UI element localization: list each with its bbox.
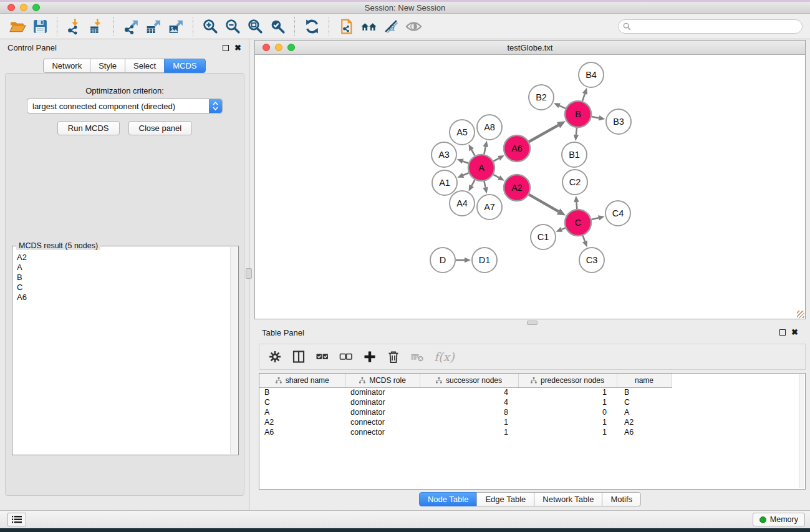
- import-network-button[interactable]: [63, 16, 85, 36]
- result-item[interactable]: C: [17, 283, 226, 293]
- table-row[interactable]: A2connector11A2: [259, 417, 672, 427]
- result-item[interactable]: A6: [17, 293, 226, 302]
- result-item[interactable]: A2: [17, 253, 226, 263]
- edge-B-B2[interactable]: [559, 105, 566, 109]
- node-A3[interactable]: A3: [432, 142, 456, 167]
- table-cell[interactable]: B: [259, 387, 345, 397]
- table-cell[interactable]: A6: [259, 427, 345, 437]
- edge-B-B4[interactable]: [582, 94, 585, 101]
- edge-C-C2[interactable]: [576, 202, 577, 209]
- edge-B-B1[interactable]: [576, 128, 577, 135]
- table-cell[interactable]: dominator: [345, 407, 420, 417]
- node-B2[interactable]: B2: [529, 85, 554, 110]
- node-D1[interactable]: D1: [472, 248, 497, 273]
- mcds-result-list[interactable]: A2ABCA6: [13, 250, 230, 454]
- edge-A-A6[interactable]: [493, 158, 499, 162]
- tab-edge-table[interactable]: Edge Table: [476, 492, 534, 506]
- table-row[interactable]: Cdominator41C: [259, 397, 672, 407]
- network-document-button[interactable]: [335, 16, 357, 36]
- node-A6[interactable]: A6: [504, 135, 530, 162]
- show-graphics-details-button[interactable]: [402, 16, 425, 36]
- tab-motifs[interactable]: Motifs: [602, 492, 641, 506]
- table-settings-gear-icon[interactable]: [268, 350, 282, 364]
- network-window-titlebar[interactable]: testGlobe.txt: [255, 41, 805, 55]
- close-panel-button[interactable]: Close panel: [128, 121, 193, 135]
- table-cell[interactable]: 4: [420, 397, 518, 407]
- table-cell[interactable]: 0: [518, 407, 617, 417]
- edge-A-A4[interactable]: [471, 180, 475, 186]
- task-history-button[interactable]: [7, 513, 26, 526]
- run-mcds-button[interactable]: Run MCDS: [57, 121, 120, 135]
- create-column-plus-icon[interactable]: [363, 350, 377, 364]
- table-cell[interactable]: 4: [420, 387, 518, 397]
- table-scrollbar[interactable]: [799, 374, 804, 488]
- table-cell[interactable]: A2: [259, 417, 345, 427]
- table-cell[interactable]: 1: [518, 397, 617, 407]
- node-A5[interactable]: A5: [450, 120, 475, 145]
- table-cell[interactable]: 1: [420, 427, 518, 437]
- optimization-criterion-dropdown[interactable]: largest connected component (directed): [27, 99, 223, 114]
- hide-labels-button[interactable]: a: [380, 16, 402, 36]
- export-table-button[interactable]: [142, 16, 165, 36]
- tab-network-table[interactable]: Network Table: [534, 492, 602, 506]
- column-header[interactable]: MCDS role: [345, 374, 420, 387]
- edge-B-B3[interactable]: [592, 117, 599, 118]
- table-cell[interactable]: 1: [518, 427, 617, 437]
- network-resize-grip[interactable]: [797, 311, 804, 318]
- node-B4[interactable]: B4: [579, 62, 604, 87]
- column-chooser-icon[interactable]: [292, 350, 306, 364]
- zoom-in-button[interactable]: [199, 16, 221, 36]
- node-B3[interactable]: B3: [606, 109, 631, 134]
- memory-button[interactable]: Memory: [753, 513, 805, 526]
- delete-column-trash-icon[interactable]: [387, 350, 400, 364]
- table-row[interactable]: A6connector11A6: [259, 427, 672, 437]
- node-B[interactable]: B: [565, 101, 591, 127]
- zoom-fit-button[interactable]: [244, 16, 266, 36]
- search-input[interactable]: [634, 21, 798, 31]
- delete-table-icon[interactable]: [410, 350, 424, 364]
- function-builder-icon[interactable]: f(x): [434, 350, 455, 364]
- table-cell[interactable]: A6: [617, 427, 672, 437]
- table-row[interactable]: Bdominator41B: [259, 387, 672, 397]
- close-table-panel-icon[interactable]: ✖: [791, 329, 798, 336]
- result-item[interactable]: B: [17, 273, 226, 283]
- table-cell[interactable]: C: [617, 397, 672, 407]
- tab-style[interactable]: Style: [90, 59, 125, 73]
- node-A7[interactable]: A7: [477, 195, 502, 220]
- unselect-all-columns-icon[interactable]: [339, 350, 353, 364]
- table-cell[interactable]: 8: [420, 407, 518, 417]
- node-B1[interactable]: B1: [562, 142, 587, 167]
- column-header[interactable]: successor nodes: [420, 374, 518, 387]
- search-field[interactable]: [618, 19, 803, 34]
- close-panel-icon[interactable]: ✖: [234, 45, 241, 51]
- float-table-panel-icon[interactable]: [779, 329, 786, 336]
- node-C3[interactable]: C3: [579, 248, 604, 273]
- node-A1[interactable]: A1: [432, 170, 457, 195]
- edge-A-A5[interactable]: [471, 150, 475, 156]
- table-cell[interactable]: connector: [345, 417, 420, 427]
- node-C4[interactable]: C4: [605, 201, 630, 226]
- result-item[interactable]: A: [17, 263, 226, 273]
- table-cell[interactable]: connector: [345, 427, 420, 437]
- table-cell[interactable]: B: [617, 387, 672, 397]
- node-A[interactable]: A: [468, 155, 494, 181]
- save-session-button[interactable]: [29, 16, 51, 36]
- node-D[interactable]: D: [430, 248, 455, 273]
- float-panel-icon[interactable]: [223, 45, 229, 51]
- tab-mcds[interactable]: MCDS: [164, 59, 205, 73]
- table-cell[interactable]: dominator: [345, 387, 420, 397]
- tab-select[interactable]: Select: [125, 59, 165, 73]
- result-scrollbar[interactable]: [230, 247, 238, 454]
- column-header[interactable]: predecessor nodes: [518, 374, 617, 387]
- table-cell[interactable]: 1: [420, 417, 518, 427]
- table-cell[interactable]: 1: [518, 417, 617, 427]
- edge-A6-B[interactable]: [529, 125, 558, 142]
- export-network-button[interactable]: [120, 16, 142, 36]
- edge-A2-C[interactable]: [529, 195, 559, 211]
- open-session-button[interactable]: [6, 16, 29, 36]
- node-C2[interactable]: C2: [562, 170, 587, 195]
- edge-A-A3[interactable]: [463, 162, 468, 163]
- export-image-button[interactable]: [165, 16, 187, 36]
- select-all-columns-icon[interactable]: [316, 350, 329, 364]
- zoom-out-button[interactable]: [221, 16, 244, 36]
